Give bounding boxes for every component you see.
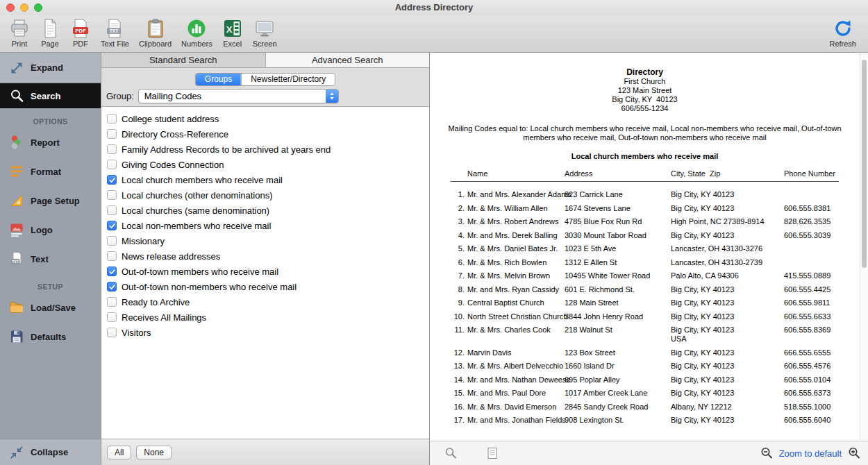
checkbox-row-out-of-town-non-members-who-receive-mail[interactable]: Out-of-town non-members who receive mail [101,279,429,294]
sidebar-item-report[interactable]: Report [0,128,101,157]
checkbox[interactable] [107,160,117,169]
cell-city-state-zip: Palo Alto, CA 94306 [671,271,784,280]
close-window-button[interactable] [6,3,15,12]
toolbar-button-numbers[interactable]: Numbers [176,15,217,48]
sidebar-item-label: Format [31,167,61,177]
sidebar-item-page-setup[interactable]: Page Setup [0,186,101,215]
checkbox-row-college-student-address[interactable]: College student address [101,111,429,126]
checkbox[interactable] [107,221,117,230]
checkbox-row-out-of-town-members-who-receive-mail[interactable]: Out-of-town members who receive mail [101,264,429,279]
cell-city-state-zip: Big City, KY 40123 [671,389,784,398]
cell-city-state-zip: Big City, KY 40123 [671,348,784,357]
checkbox[interactable] [107,190,117,200]
segment-groups[interactable]: Groups [196,74,241,85]
select-none-button[interactable]: None [136,446,172,459]
checkbox-row-local-churches-other-denominations[interactable]: Local churches (other denominations) [101,187,429,203]
cell-address: 4785 Blue Fox Run Rd [565,217,671,226]
checkbox[interactable] [107,282,117,291]
sidebar-item-search[interactable]: Search [0,83,101,108]
sidebar-item-defaults[interactable]: Defaults [0,322,101,351]
clipboard-icon [145,18,166,39]
text-file-icon: TXT [104,18,125,39]
titlebar: Address Directory [0,0,868,15]
toolbar-button-refresh[interactable]: Refresh [824,15,861,48]
preview-scrollbar[interactable] [860,53,868,441]
checkbox-row-local-church-members-who-receive-mail[interactable]: Local church members who receive mail [101,172,429,187]
document-icon[interactable] [485,446,499,460]
checkbox-row-missionary[interactable]: Missionary [101,233,429,248]
toolbar-button-pdf[interactable]: PDFPDF [65,15,96,48]
toolbar-items: PrintPagePDFPDFTXTText FileClipboardNumb… [0,15,282,48]
cell-phone: 606.555.9811 [784,298,839,307]
toolbar-button-clipboard[interactable]: Clipboard [134,15,176,48]
dropdown-chevrons-icon [326,90,338,103]
zoom-out-icon[interactable] [760,446,774,460]
checkbox-label: Missionary [122,236,165,246]
sidebar-item-format[interactable]: Format [0,157,101,186]
checkbox-row-local-churches-same-denomination[interactable]: Local churches (same denomination) [101,203,429,218]
sidebar-item-load-save[interactable]: Load/Save [0,293,101,322]
minimize-window-button[interactable] [20,3,28,12]
sidebar-item-text[interactable]: TXTText [0,244,101,273]
sidebar-item-collapse[interactable]: Collapse [0,439,101,465]
cell-phone: 518.555.1000 [784,403,839,412]
table-row: 5.Mr. & Mrs. Daniel Bates Jr.1023 E 5th … [451,242,839,256]
checkbox[interactable] [107,312,117,322]
checkbox[interactable] [107,236,117,246]
toolbar-button-text-file[interactable]: TXTText File [96,15,134,48]
group-dropdown[interactable]: Mailing Codes [138,89,339,103]
scrollbar-thumb[interactable] [862,60,867,268]
page-setup-icon [9,193,24,208]
svg-text:TXT: TXT [110,28,118,33]
checkbox-row-receives-all-mailings[interactable]: Receives All Mailings [101,310,429,325]
sidebar-item-logo[interactable]: Logo [0,215,101,244]
row-number: 13. [451,362,465,371]
numbers-icon [186,18,207,39]
checkbox[interactable] [107,328,117,337]
checkbox-row-news-release-addresses[interactable]: News release addresses [101,248,429,264]
tab-standard-search[interactable]: Standard Search [101,53,266,67]
search-panel-footer: All None [101,439,429,465]
checkbox-row-family-address-records-to-be-archived-at-years-end[interactable]: Family Address Records to be archived at… [101,142,429,157]
magnifier-icon[interactable] [444,446,458,460]
directory-table-header: Name Address City, State Zip Phone Numbe… [451,169,839,181]
doc-section-title: Local church members who receive mail [430,152,860,160]
tab-advanced-search[interactable]: Advanced Search [266,53,430,67]
checkbox[interactable] [107,114,117,124]
sidebar-item-expand[interactable]: Expand [0,53,101,83]
checkbox-row-ready-to-archive[interactable]: Ready to Archive [101,294,429,310]
toolbar-button-print[interactable]: Print [4,15,35,48]
cell-phone: 415.555.0889 [784,271,839,280]
checkbox-label: College student address [122,114,219,124]
toolbar: PrintPagePDFPDFTXTText FileClipboardNumb… [0,15,868,53]
table-row: 15.Mr. and Mrs. Paul Dore1017 Amber Cree… [451,387,839,400]
toolbar-button-screen[interactable]: Screen [248,15,282,48]
cell-phone: 606.555.3039 [784,231,839,240]
checkbox-row-giving-codes-connection[interactable]: Giving Codes Connection [101,157,429,172]
checkbox[interactable] [107,129,117,139]
checkbox[interactable] [107,144,117,154]
checkbox-label: Family Address Records to be archived at… [122,144,331,155]
main-content: Expand Search OPTIONSReportFormatPage Se… [0,53,868,465]
zoom-window-button[interactable] [34,3,42,12]
segment-newsletter-directory[interactable]: Newsletter/Directory [241,74,335,85]
zoom-to-default-link[interactable]: Zoom to default [779,448,842,459]
cell-phone: 606.555.8381 [784,204,839,213]
checkbox[interactable] [107,251,117,261]
table-row: 7.Mr. & Mrs. Melvin Brown10495 White Tow… [451,269,839,283]
checkbox-row-local-non-members-who-receive-mail[interactable]: Local non-members who receive mail [101,218,429,233]
toolbar-button-excel[interactable]: XExcel [217,15,248,48]
checkbox[interactable] [107,175,117,185]
toolbar-button-label: Numbers [181,40,212,48]
zoom-in-icon[interactable] [847,446,861,460]
checkbox-label: Local churches (other denominations) [122,190,273,201]
cell-city-state-zip: Big City, KY 40123 [671,285,784,294]
sidebar-item-label: Load/Save [31,303,76,313]
checkbox[interactable] [107,205,117,215]
checkbox-row-directory-cross-reference[interactable]: Directory Cross-Reference [101,126,429,142]
checkbox[interactable] [107,297,117,307]
select-all-button[interactable]: All [107,446,131,459]
toolbar-button-page[interactable]: Page [35,15,65,48]
checkbox[interactable] [107,267,117,276]
checkbox-row-visitors[interactable]: Visitors [101,325,429,340]
